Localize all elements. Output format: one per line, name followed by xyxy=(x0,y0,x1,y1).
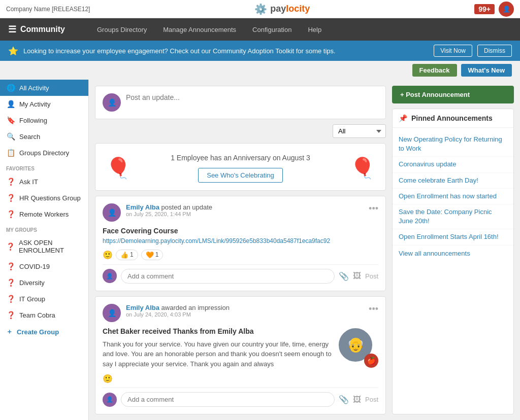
heart-icon: 🧡 xyxy=(146,251,154,259)
attachment-icon[interactable]: 📎 xyxy=(339,271,349,281)
sidebar-item-label: ASK OPEN ENROLLMENT xyxy=(19,239,82,254)
list-icon: 📋 xyxy=(6,149,15,157)
heart-reaction[interactable]: 🧡 1 xyxy=(141,250,164,260)
search-icon: 🔍 xyxy=(6,132,15,141)
thumbs-up-reaction[interactable]: 👍 1 xyxy=(116,250,138,260)
image-icon-2[interactable]: 🖼 xyxy=(353,395,361,404)
pin-icon: 📌 xyxy=(399,114,407,122)
balloon-right: 🎈 xyxy=(350,156,375,180)
post-update-input[interactable] xyxy=(126,93,378,101)
question-icon: ❓ xyxy=(6,194,15,202)
dismiss-button[interactable]: Dismiss xyxy=(477,45,512,57)
sidebar-item-diversity[interactable]: ❓ Diversity xyxy=(0,274,88,291)
announcement-item-3[interactable]: Open Enrollment has now started xyxy=(393,189,513,204)
create-group-button[interactable]: ＋ Create Group xyxy=(0,323,88,340)
sidebar-item-it-group[interactable]: ❓ IT Group xyxy=(0,291,88,307)
post-author-avatar-2: 👤 xyxy=(103,304,121,322)
nav-manage-announcements[interactable]: Manage Announcements xyxy=(155,18,244,41)
emoji-add-icon-2[interactable]: 🙂 xyxy=(103,374,113,383)
create-group-label: Create Group xyxy=(17,328,59,336)
question-icon: ❓ xyxy=(6,210,15,218)
announcement-item-2[interactable]: Come celebrate Earth Day! xyxy=(393,173,513,189)
announcement-item-0[interactable]: New Operating Policy for Returning to Wo… xyxy=(393,132,513,157)
comment-input-2[interactable] xyxy=(121,392,335,407)
post-more-icon[interactable]: ••• xyxy=(369,203,378,214)
notification-count[interactable]: 99+ xyxy=(474,4,495,14)
feed: 👤 All Following My Activity 🎈 1 Employee… xyxy=(95,86,386,414)
sidebar-item-ask-it[interactable]: ❓ Ask IT xyxy=(0,173,88,190)
sidebar-item-search[interactable]: 🔍 Search xyxy=(0,128,88,145)
thumbs-up-count: 1 xyxy=(130,251,134,258)
post-meta-2: Emily Alba awarded an impression on July… xyxy=(126,304,230,318)
see-celebrating-button[interactable]: See Who's Celebrating xyxy=(198,168,283,183)
person-icon: 👤 xyxy=(6,100,15,108)
post-comment-button-2[interactable]: Post xyxy=(365,396,378,403)
announcement-item-5[interactable]: Open Enrollment Starts April 16th! xyxy=(393,229,513,245)
nav-help[interactable]: Help xyxy=(300,18,330,41)
image-icon[interactable]: 🖼 xyxy=(353,271,361,281)
content-area: 👤 All Following My Activity 🎈 1 Employee… xyxy=(89,80,520,420)
post-more-icon-2[interactable]: ••• xyxy=(369,304,378,314)
post-user-info: 👤 Emily Alba posted an update on July 25… xyxy=(103,203,212,222)
bookmark-icon: 🔖 xyxy=(6,116,15,124)
sidebar-item-team-cobra[interactable]: ❓ Team Cobra xyxy=(0,307,88,323)
emoji-add-icon[interactable]: 🙂 xyxy=(103,250,113,260)
top-bar: Company Name [RELEASE12] ⚙️ paylocity 99… xyxy=(0,0,520,18)
sidebar-item-label: Following xyxy=(19,117,47,124)
my-groups-section-label: MY GROUPS xyxy=(0,222,88,235)
nav-links: Groups Directory Manage Announcements Co… xyxy=(89,18,330,41)
comment-actions: 📎 🖼 Post xyxy=(339,271,378,281)
filter-select[interactable]: All Following My Activity xyxy=(333,124,386,138)
favorites-section-label: FAVORITES xyxy=(0,161,88,173)
logo-area: ⚙️ paylocity xyxy=(254,3,310,15)
post-body: Face Covering Course https://Demolearnin… xyxy=(103,227,378,244)
sidebar-item-label: Groups Directory xyxy=(19,149,69,157)
post-announcement-button[interactable]: + Post Announcement xyxy=(392,86,514,103)
sidebar-item-label: HR Questions Group xyxy=(19,194,81,202)
sidebar-item-label: Remote Workers xyxy=(19,211,69,218)
user-avatar[interactable]: 👤 xyxy=(499,2,514,17)
nav-brand: ☰ Community xyxy=(0,18,89,41)
reactions: 🙂 👍 1 🧡 1 xyxy=(103,250,378,260)
question-icon: ❓ xyxy=(6,178,15,186)
announcements-header: 📌 Pinned Announcements xyxy=(393,109,513,128)
sidebar-item-my-activity[interactable]: 👤 My Activity xyxy=(0,96,88,112)
sidebar-item-remote-workers[interactable]: ❓ Remote Workers xyxy=(0,206,88,222)
sidebar-item-label: IT Group xyxy=(19,295,45,303)
reactions-2: 🙂 xyxy=(103,374,378,383)
sidebar-item-hr-questions[interactable]: ❓ HR Questions Group xyxy=(0,190,88,206)
pinned-announcements-title: Pinned Announcements xyxy=(411,114,493,122)
impression-desc: Thank you for your service. You have giv… xyxy=(103,339,332,369)
action-row: Feedback What's New xyxy=(0,61,520,80)
nav-configuration[interactable]: Configuration xyxy=(244,18,300,41)
visit-now-button[interactable]: Visit Now xyxy=(434,45,472,57)
sidebar-item-following[interactable]: 🔖 Following xyxy=(0,112,88,128)
sidebar-item-label: My Activity xyxy=(19,100,50,108)
question-icon: ❓ xyxy=(6,278,15,287)
sidebar-item-groups-directory[interactable]: 📋 Groups Directory xyxy=(0,145,88,161)
post-action-text: posted an update xyxy=(161,203,212,211)
announcement-item-1[interactable]: Coronavirus update xyxy=(393,157,513,172)
attachment-icon-2[interactable]: 📎 xyxy=(339,395,349,404)
announcement-list: New Operating Policy for Returning to Wo… xyxy=(393,128,513,265)
sidebar-item-ask-open-enrollment[interactable]: ❓ ASK OPEN ENROLLMENT xyxy=(0,235,88,258)
sidebar-item-label: Team Cobra xyxy=(19,311,55,319)
sidebar-item-all-activity[interactable]: 🌐 All Activity xyxy=(0,80,88,96)
hamburger-icon[interactable]: ☰ xyxy=(8,24,16,35)
announcement-item-4[interactable]: Save the Date: Company Picnic June 20th! xyxy=(393,204,513,229)
post-header-2: 👤 Emily Alba awarded an impression on Ju… xyxy=(103,304,378,322)
feedback-button[interactable]: Feedback xyxy=(412,64,457,77)
comment-input-1[interactable] xyxy=(121,269,335,284)
company-name: Company Name [RELEASE12] xyxy=(6,6,90,13)
post-impression: 👤 Emily Alba awarded an impression on Ju… xyxy=(95,296,386,415)
nav-bar: ☰ Community Groups Directory Manage Anno… xyxy=(0,18,520,41)
post-link[interactable]: https://Demolearning.paylocity.com/LMS/L… xyxy=(103,237,330,244)
view-all-announcements-link[interactable]: View all announcements xyxy=(393,246,513,261)
question-icon: ❓ xyxy=(6,242,15,251)
sidebar-item-covid19[interactable]: ❓ COVID-19 xyxy=(0,258,88,274)
post-author-avatar: 👤 xyxy=(103,203,121,222)
nav-groups-directory[interactable]: Groups Directory xyxy=(89,18,155,41)
post-comment-button[interactable]: Post xyxy=(365,272,378,280)
whats-new-button[interactable]: What's New xyxy=(461,64,512,77)
question-icon: ❓ xyxy=(6,262,15,270)
